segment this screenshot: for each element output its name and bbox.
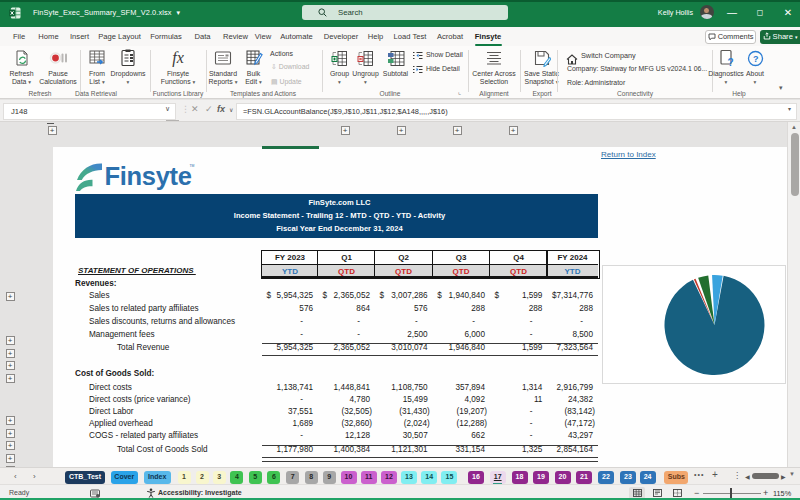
svg-text:?: ?: [727, 57, 733, 67]
svg-text:TM: TM: [190, 164, 195, 168]
svg-text:Finsyte: Finsyte: [105, 162, 192, 190]
svg-text:?: ?: [753, 54, 759, 64]
